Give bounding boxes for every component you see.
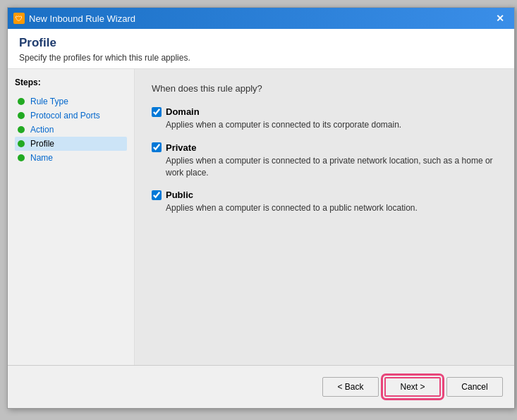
checkbox-public[interactable] [152,190,162,200]
checkbox-private[interactable] [152,142,162,152]
dialog-body: Steps: Rule Type Protocol and Ports Acti… [8,69,514,365]
question-text: When does this rule apply? [152,83,497,94]
sidebar-item-name[interactable]: Name [15,151,127,165]
step-dot-action [18,126,25,133]
sidebar-label-name: Name [30,153,53,163]
option-public-header: Public [152,190,497,200]
option-private: Private Applies when a computer is conne… [152,142,497,179]
option-domain: Domain Applies when a computer is connec… [152,106,497,131]
sidebar-item-action[interactable]: Action [15,123,127,137]
option-private-header: Private [152,142,497,153]
option-private-desc: Applies when a computer is connected to … [166,155,497,179]
sidebar-item-profile[interactable]: Profile [15,137,127,151]
dialog-title: Profile [19,36,503,50]
dialog-footer: < Back Next > Cancel [8,365,514,407]
option-group: Domain Applies when a computer is connec… [152,106,497,214]
close-button[interactable]: ✕ [492,11,509,25]
sidebar-item-rule-type[interactable]: Rule Type [15,94,127,109]
checkbox-domain[interactable] [152,107,162,117]
step-dot-protocol-ports [18,112,25,119]
back-button[interactable]: < Back [322,377,379,397]
main-window: 🛡 New Inbound Rule Wizard ✕ Profile Spec… [7,7,515,409]
step-dot-rule-type [18,98,25,105]
cancel-button[interactable]: Cancel [446,377,503,397]
sidebar-label-profile: Profile [30,139,54,149]
next-button[interactable]: Next > [384,377,441,397]
option-public: Public Applies when a computer is connec… [152,190,497,214]
sidebar-label-protocol-ports: Protocol and Ports [30,111,100,121]
option-domain-desc: Applies when a computer is connected to … [166,119,497,131]
dialog-subtitle: Specify the profiles for which this rule… [19,53,503,63]
option-domain-header: Domain [152,106,497,117]
app-icon: 🛡 [13,13,25,24]
main-content: When does this rule apply? Domain Applie… [135,69,514,365]
step-dot-profile [18,140,25,147]
sidebar-label-rule-type: Rule Type [30,97,68,106]
sidebar-label-action: Action [30,125,54,135]
option-public-label: Public [166,190,193,200]
sidebar: Steps: Rule Type Protocol and Ports Acti… [8,69,135,365]
window-title: New Inbound Rule Wizard [29,13,492,24]
option-domain-label: Domain [166,106,200,117]
title-bar: 🛡 New Inbound Rule Wizard ✕ [8,8,514,29]
option-public-desc: Applies when a computer is connected to … [166,202,497,214]
dialog-header: Profile Specify the profiles for which t… [8,29,514,69]
steps-label: Steps: [15,78,127,87]
sidebar-item-protocol-ports[interactable]: Protocol and Ports [15,109,127,123]
step-dot-name [18,154,25,161]
option-private-label: Private [166,142,196,153]
